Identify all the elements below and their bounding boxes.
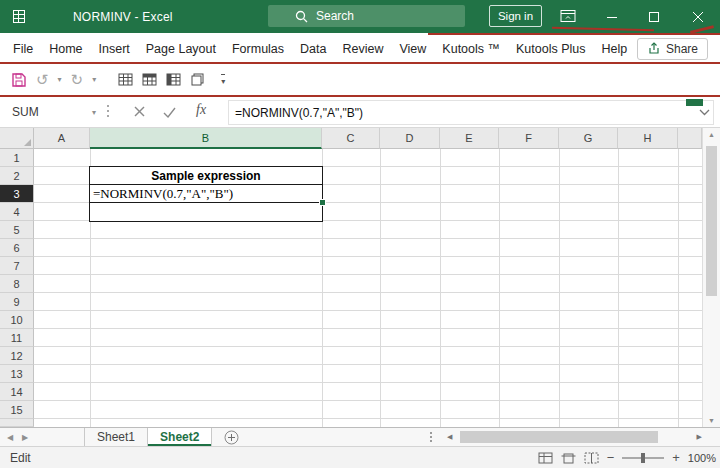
page-layout-view-icon[interactable] [561,452,576,464]
row-header[interactable]: 7 [0,257,34,275]
column-header-d[interactable]: D [380,128,440,149]
zoom-slider[interactable] [622,457,664,459]
vertical-scrollbar-thumb[interactable] [706,146,717,296]
menu-review[interactable]: Review [334,42,391,56]
tab-scroll-right-icon[interactable]: ▶ [22,433,28,442]
menu-insert[interactable]: Insert [91,42,138,56]
redo-dropdown-icon[interactable]: ▾ [92,75,96,84]
table-column-icon[interactable] [166,73,181,86]
row-header[interactable]: 5 [0,221,34,239]
status-mode: Edit [10,451,31,465]
select-all-button[interactable] [0,128,34,149]
table-icon[interactable] [118,73,133,86]
zoom-level[interactable]: 100% [688,452,716,464]
column-header-a[interactable]: A [34,128,90,149]
column-header-partial[interactable] [678,128,702,149]
minimize-icon [607,12,617,22]
maximize-icon [649,12,659,22]
column-header-c[interactable]: C [322,128,380,149]
menu-formulas[interactable]: Formulas [224,42,292,56]
row-header[interactable]: 13 [0,365,34,383]
menu-page-layout[interactable]: Page Layout [138,42,224,56]
search-box[interactable]: Search [268,5,465,27]
formula-input[interactable]: =NORMINV(0.7,"A","B") [228,100,714,125]
excel-logo-icon [10,8,27,25]
formula-text: =NORMINV(0.7,"A","B") [235,106,363,120]
horizontal-scrollbar[interactable]: ◀ ▶ [444,428,706,446]
gridline [559,149,560,427]
row-header[interactable]: 8 [0,275,34,293]
menu-help[interactable]: Help [594,42,636,56]
column-header-f[interactable]: F [499,128,559,149]
enter-icon[interactable] [163,107,176,118]
column-header-b[interactable]: B [90,128,322,149]
row-header[interactable]: 2 [0,167,34,185]
page-break-view-icon[interactable] [584,452,599,464]
menu-kutools-plus[interactable]: Kutools Plus [508,42,593,56]
zoom-slider-thumb[interactable] [641,453,645,463]
quick-access-toolbar: ↺ ▾ ↻ ▾ ▾ [0,64,720,95]
workbook-pages-icon[interactable] [190,73,205,86]
name-box[interactable]: SUM ▾ [6,100,102,124]
zoom-in-button[interactable]: + [672,450,680,465]
tab-splitter-handle[interactable] [430,432,432,443]
horizontal-scrollbar-thumb[interactable] [460,431,658,443]
tab-scroll-left-icon[interactable]: ◀ [7,433,13,442]
column-headers: A B C D E F G H [34,128,702,149]
row-header[interactable]: 14 [0,383,34,401]
undo-dropdown-icon[interactable]: ▾ [58,75,62,84]
sheet-tab-sheet1[interactable]: Sheet1 [84,428,148,446]
normal-view-icon[interactable] [538,452,553,464]
row-headers: 1 2 3 4 5 6 7 8 9 10 11 12 13 14 15 [0,149,34,427]
row-header[interactable]: 4 [0,203,34,221]
status-bar-right-controls: − + 100% [538,447,718,468]
row-header[interactable]: 6 [0,239,34,257]
row-header[interactable]: 12 [0,347,34,365]
menu-kutools[interactable]: Kutools ™ [434,42,508,56]
search-placeholder: Search [316,9,354,23]
row-header[interactable]: 9 [0,293,34,311]
row-header[interactable]: 1 [0,149,34,167]
column-header-g[interactable]: G [559,128,618,149]
insert-function-button[interactable]: fx [196,102,206,118]
redo-icon[interactable]: ↻ [71,72,84,87]
scroll-right-icon[interactable]: ▶ [697,433,702,441]
row-header-partial[interactable] [0,419,34,427]
new-sheet-icon[interactable] [224,430,239,445]
cell-b2[interactable]: Sample expression [90,167,322,185]
row-header-selected[interactable]: 3 [0,185,34,203]
row-header[interactable]: 11 [0,329,34,347]
select-all-triangle-icon [24,139,31,146]
sign-in-button[interactable]: Sign in [489,5,542,27]
cancel-icon[interactable] [134,106,145,117]
fill-handle[interactable] [319,199,326,206]
undo-icon[interactable]: ↺ [36,72,49,87]
gridline [440,149,441,427]
share-button[interactable]: Share [637,38,708,60]
customize-toolbar-icon[interactable]: ▾ [221,74,225,86]
menu-view[interactable]: View [391,42,434,56]
vertical-scrollbar[interactable]: ▲ ▼ [702,128,720,427]
gridline [380,149,381,427]
gridline [499,149,500,427]
column-header-h[interactable]: H [618,128,678,149]
table-header-icon[interactable] [142,73,157,86]
cell-b3-editing[interactable]: =NORMINV(0.7,"A","B") [90,185,322,203]
row-header[interactable]: 15 [0,401,34,419]
sheet-tab-sheet2[interactable]: Sheet2 [148,428,212,446]
cells-area[interactable]: Sample expression =NORMINV(0.7,"A","B") [34,149,702,427]
menu-home[interactable]: Home [41,42,90,56]
row-header[interactable]: 10 [0,311,34,329]
name-box-dropdown-icon[interactable]: ▾ [92,108,96,117]
menu-file[interactable]: File [5,42,41,56]
formula-bar-expand-icon[interactable] [699,109,710,116]
scroll-down-icon[interactable]: ▼ [703,417,720,424]
zoom-out-button[interactable]: − [607,450,615,465]
scroll-left-icon[interactable]: ◀ [447,433,452,441]
save-icon[interactable] [11,72,27,88]
ribbon-display-options-icon[interactable] [560,9,576,23]
menu-data[interactable]: Data [292,42,334,56]
scroll-up-icon[interactable]: ▲ [703,131,720,138]
cell-b4[interactable] [90,203,322,220]
column-header-e[interactable]: E [440,128,499,149]
